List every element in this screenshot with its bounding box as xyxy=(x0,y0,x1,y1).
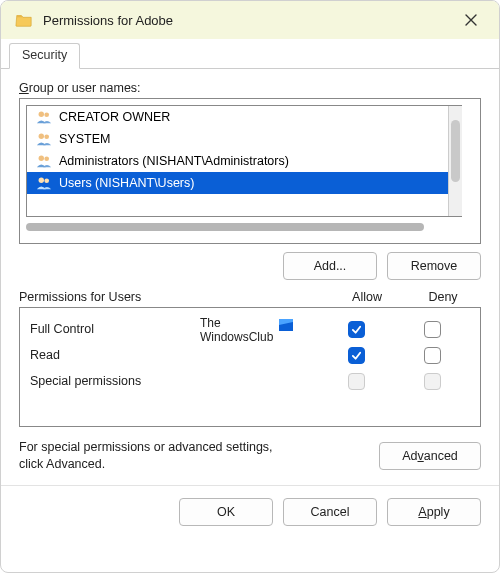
vertical-scrollbar[interactable] xyxy=(448,106,462,216)
people-icon xyxy=(35,175,53,191)
tab-security[interactable]: Security xyxy=(9,43,80,69)
svg-point-5 xyxy=(44,156,49,161)
group-buttons: Add... Remove xyxy=(19,252,481,280)
close-button[interactable] xyxy=(451,5,491,35)
permission-row: Read xyxy=(30,342,470,368)
add-button[interactable]: Add... xyxy=(283,252,377,280)
cancel-button[interactable]: Cancel xyxy=(283,498,377,526)
svg-point-7 xyxy=(44,178,49,183)
permissions-list: Full Control Read Special permissions Th… xyxy=(19,307,481,427)
window-title: Permissions for Adobe xyxy=(43,13,451,28)
svg-point-3 xyxy=(44,134,49,139)
list-item-label: SYSTEM xyxy=(59,132,110,146)
tab-strip: Security xyxy=(1,39,499,69)
list-item-label: Users (NISHANT\Users) xyxy=(59,176,194,190)
group-listbox-container: CREATOR OWNER SYSTEM Administrators (NIS… xyxy=(19,98,481,244)
svg-point-1 xyxy=(44,112,49,117)
deny-checkbox[interactable] xyxy=(424,321,441,338)
list-item[interactable]: Administrators (NISHANT\Administrators) xyxy=(27,150,448,172)
advanced-text: For special permissions or advanced sett… xyxy=(19,439,365,473)
scrollbar-thumb[interactable] xyxy=(26,223,424,231)
advanced-row: For special permissions or advanced sett… xyxy=(19,439,481,473)
list-item[interactable]: CREATOR OWNER xyxy=(27,106,448,128)
deny-column-header: Deny xyxy=(405,290,481,304)
people-icon xyxy=(35,153,53,169)
list-item-label: Administrators (NISHANT\Administrators) xyxy=(59,154,289,168)
group-label: Group or user names: xyxy=(19,81,481,95)
dialog-footer: OK Cancel Apply xyxy=(1,485,499,538)
permission-name: Special permissions xyxy=(30,374,318,388)
group-listbox[interactable]: CREATOR OWNER SYSTEM Administrators (NIS… xyxy=(26,105,462,217)
allow-column-header: Allow xyxy=(329,290,405,304)
svg-point-4 xyxy=(39,156,44,161)
svg-point-2 xyxy=(39,134,44,139)
svg-point-0 xyxy=(39,112,44,117)
horizontal-scrollbar[interactable] xyxy=(26,223,474,233)
permission-row: Special permissions xyxy=(30,368,470,394)
allow-checkbox xyxy=(348,373,365,390)
svg-point-6 xyxy=(39,178,44,183)
remove-button[interactable]: Remove xyxy=(387,252,481,280)
permission-name: Full Control xyxy=(30,322,318,336)
people-icon xyxy=(35,109,53,125)
permission-row: Full Control xyxy=(30,316,470,342)
folder-icon xyxy=(15,11,33,29)
deny-checkbox[interactable] xyxy=(424,347,441,364)
permissions-title: Permissions for Users xyxy=(19,290,329,304)
allow-checkbox[interactable] xyxy=(348,347,365,364)
scrollbar-thumb[interactable] xyxy=(451,120,460,182)
advanced-button[interactable]: Advanced xyxy=(379,442,481,470)
titlebar: Permissions for Adobe xyxy=(1,1,499,39)
ok-button[interactable]: OK xyxy=(179,498,273,526)
list-item[interactable]: Users (NISHANT\Users) xyxy=(27,172,448,194)
permission-name: Read xyxy=(30,348,318,362)
permissions-header: Permissions for Users Allow Deny xyxy=(19,290,481,304)
apply-button[interactable]: Apply xyxy=(387,498,481,526)
deny-checkbox xyxy=(424,373,441,390)
people-icon xyxy=(35,131,53,147)
list-item[interactable]: SYSTEM xyxy=(27,128,448,150)
allow-checkbox[interactable] xyxy=(348,321,365,338)
list-item-label: CREATOR OWNER xyxy=(59,110,170,124)
